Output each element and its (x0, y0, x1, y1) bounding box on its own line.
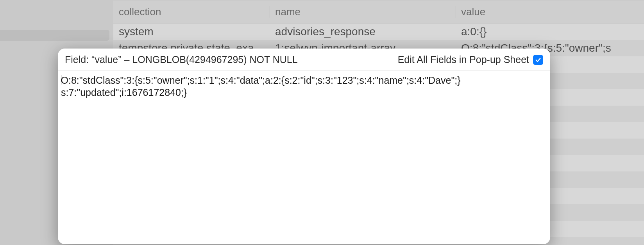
popup-field-label-prefix: Field: (65, 54, 91, 65)
column-header-collection[interactable]: collection (113, 0, 270, 23)
edit-all-fields-label: Edit All Fields in Pop-up Sheet (398, 54, 529, 65)
field-editor-popup: Field: “value” – LONGBLOB(4294967295) NO… (58, 49, 550, 244)
column-header-name[interactable]: name (270, 0, 456, 23)
cell-value: a:0:{} (456, 25, 644, 38)
check-icon (535, 56, 542, 63)
cell-name: advisories_response (270, 25, 456, 38)
cell-collection: system (113, 25, 270, 38)
popup-header: Field: “value” – LONGBLOB(4294967295) NO… (58, 49, 550, 70)
table-row[interactable]: systemadvisories_responsea:0:{} (113, 23, 644, 40)
table-header-row: collection name value (113, 0, 644, 23)
popup-field-name: “value” (91, 54, 121, 65)
popup-field-info: Field: “value” – LONGBLOB(4294967295) NO… (65, 54, 298, 65)
column-header-value[interactable]: value (456, 0, 644, 23)
sidebar-selected-item[interactable] (0, 30, 109, 41)
field-value-text: O:8:"stdClass":3:{s:5:"owner";s:1:"1";s:… (61, 75, 461, 98)
edit-all-fields-checkbox[interactable] (533, 55, 543, 65)
popup-field-type: – LONGBLOB(4294967295) NOT NULL (122, 54, 298, 65)
popup-header-right: Edit All Fields in Pop-up Sheet (398, 54, 543, 65)
field-value-editor[interactable]: O:8:"stdClass":3:{s:5:"owner";s:1:"1";s:… (58, 70, 550, 244)
